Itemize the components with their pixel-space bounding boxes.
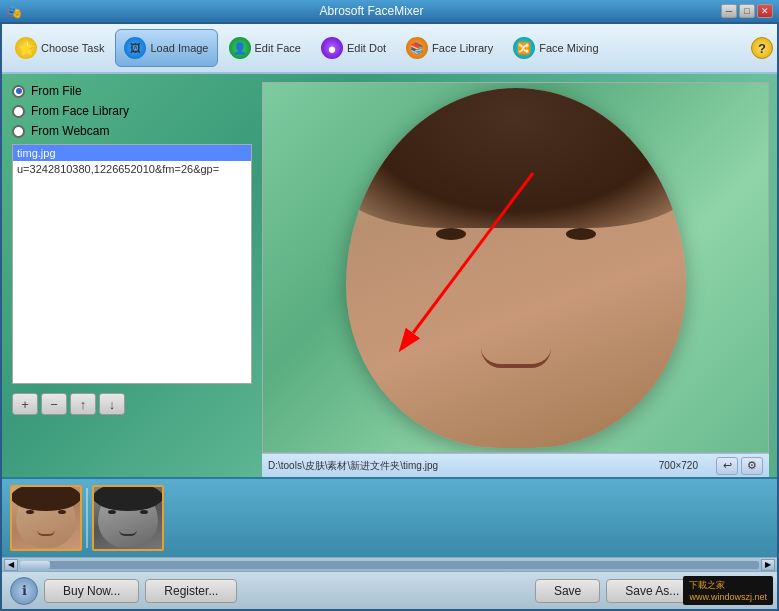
window-controls: ─ □ ✕ (721, 4, 773, 18)
info-button[interactable]: ℹ (10, 577, 38, 605)
app-icon: 🎭 (6, 4, 22, 19)
edit-face-label: Edit Face (255, 42, 301, 54)
file-list[interactable]: timg.jpg u=3242810380,1226652010&fm=26&g… (12, 144, 252, 384)
file-toolbar: + − ↑ ↓ (12, 393, 252, 415)
reset-button[interactable]: ↩ (716, 457, 738, 475)
choose-task-label: Choose Task (41, 42, 104, 54)
edit-face-icon: 👤 (229, 37, 251, 59)
right-panel: D:\tools\皮肤\素材\新进文件夹\timg.jpg 700×720 ↩ … (262, 74, 777, 477)
edit-dot-icon: ● (321, 37, 343, 59)
from-webcam-option[interactable]: From Webcam (12, 124, 252, 138)
buy-now-button[interactable]: Buy Now... (44, 579, 139, 603)
toolbar-face-mixing[interactable]: 🔀 Face Mixing (504, 29, 607, 67)
remove-file-button[interactable]: − (41, 393, 67, 415)
face-mixing-label: Face Mixing (539, 42, 598, 54)
title-bar: 🎭 Abrosoft FaceMixer ─ □ ✕ (0, 0, 779, 22)
from-face-library-option[interactable]: From Face Library (12, 104, 252, 118)
thumb-face-color (12, 487, 80, 549)
from-face-library-label: From Face Library (31, 104, 129, 118)
thumbnail-strip (2, 477, 777, 557)
toolbar-choose-task[interactable]: ⭐ Choose Task (6, 29, 113, 67)
window-title: Abrosoft FaceMixer (22, 4, 721, 18)
watermark: 下載之家 www.windowszj.net (683, 576, 773, 605)
toolbar-face-library[interactable]: 📚 Face Library (397, 29, 502, 67)
toolbar-load-image[interactable]: 🖼 Load Image (115, 29, 217, 67)
eye-left (436, 228, 466, 240)
from-webcam-radio[interactable] (12, 125, 25, 138)
thumbnail-2[interactable] (92, 485, 164, 551)
face-library-label: Face Library (432, 42, 493, 54)
load-image-icon: 🖼 (124, 37, 146, 59)
save-button[interactable]: Save (535, 579, 600, 603)
edit-dot-label: Edit Dot (347, 42, 386, 54)
thumb-divider (86, 488, 88, 548)
file-item-2[interactable]: u=3242810380,1226652010&fm=26&gp= (13, 161, 251, 177)
minimize-button[interactable]: ─ (721, 4, 737, 18)
face-mixing-icon: 🔀 (513, 37, 535, 59)
toolbar-edit-face[interactable]: 👤 Edit Face (220, 29, 310, 67)
file-item-1[interactable]: timg.jpg (13, 145, 251, 161)
toolbar-edit-dot[interactable]: ● Edit Dot (312, 29, 395, 67)
from-file-option[interactable]: From File (12, 84, 252, 98)
horizontal-scrollbar: ◀ ▶ (2, 557, 777, 571)
footer: ℹ Buy Now... Register... Save Save As...… (2, 571, 777, 609)
register-button[interactable]: Register... (145, 579, 237, 603)
move-down-button[interactable]: ↓ (99, 393, 125, 415)
add-file-button[interactable]: + (12, 393, 38, 415)
main-content: From File From Face Library From Webcam … (2, 74, 777, 477)
face-image (346, 88, 686, 448)
move-up-button[interactable]: ↑ (70, 393, 96, 415)
maximize-button[interactable]: □ (739, 4, 755, 18)
image-controls: ↩ ⚙ (716, 457, 763, 475)
thumb-face-bw (94, 487, 162, 549)
choose-task-icon: ⭐ (15, 37, 37, 59)
from-file-label: From File (31, 84, 82, 98)
close-button[interactable]: ✕ (757, 4, 773, 18)
eye-right (566, 228, 596, 240)
scroll-track[interactable] (20, 561, 759, 569)
toolbar: ⭐ Choose Task 🖼 Load Image 👤 Edit Face ●… (2, 24, 777, 74)
app-container: ⭐ Choose Task 🖼 Load Image 👤 Edit Face ●… (0, 22, 779, 611)
face-library-icon: 📚 (406, 37, 428, 59)
watermark-site: 下載之家 (689, 579, 767, 592)
load-image-label: Load Image (150, 42, 208, 54)
image-display (262, 82, 769, 453)
image-status-bar: D:\tools\皮肤\素材\新进文件夹\timg.jpg 700×720 ↩ … (262, 453, 769, 477)
mouth (481, 348, 551, 368)
thumbnail-1[interactable] (10, 485, 82, 551)
from-face-library-radio[interactable] (12, 105, 25, 118)
help-button[interactable]: ? (751, 37, 773, 59)
image-path: D:\tools\皮肤\素材\新进文件夹\timg.jpg (268, 459, 649, 473)
image-size: 700×720 (659, 460, 698, 471)
from-webcam-label: From Webcam (31, 124, 109, 138)
scroll-right-button[interactable]: ▶ (761, 559, 775, 571)
scroll-left-button[interactable]: ◀ (4, 559, 18, 571)
from-file-radio[interactable] (12, 85, 25, 98)
scroll-thumb[interactable] (20, 561, 50, 569)
settings-button[interactable]: ⚙ (741, 457, 763, 475)
watermark-url: www.windowszj.net (689, 592, 767, 602)
left-panel: From File From Face Library From Webcam … (2, 74, 262, 477)
